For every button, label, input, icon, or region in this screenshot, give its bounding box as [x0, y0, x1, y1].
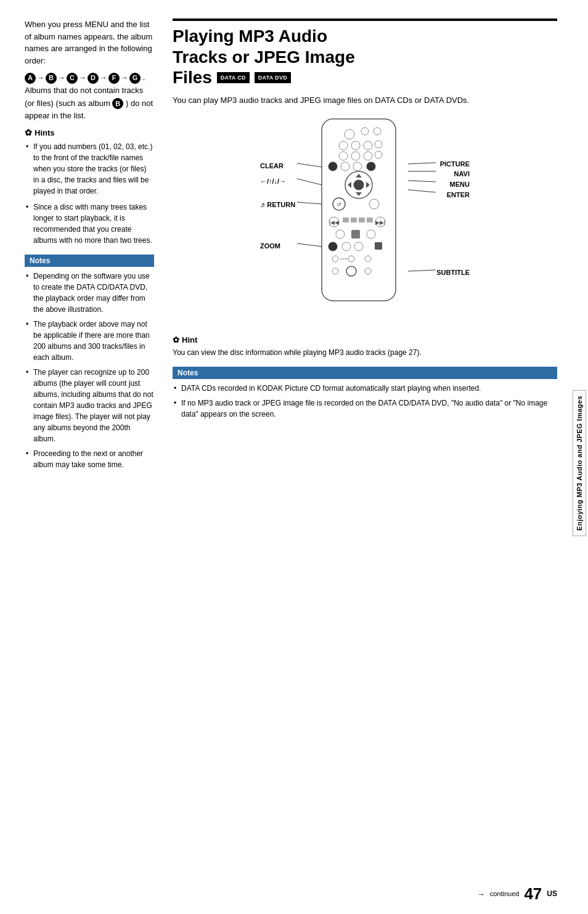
right-hint-section: ✿ Hint You can view the disc information…: [173, 335, 557, 358]
circle-c: C: [67, 73, 78, 84]
label-return: ♬ RETURN: [260, 201, 295, 208]
title-line1: Playing MP3 Audio: [173, 26, 557, 47]
svg-point-12: [329, 162, 337, 171]
circle-d: D: [88, 73, 99, 84]
title-line2: Tracks or JPEG Image: [173, 47, 557, 68]
left-column: When you press MENU and the list of albu…: [25, 18, 166, 896]
album-order: A → B → C → D → F → G . Albums that do n…: [25, 71, 154, 123]
main-content: When you press MENU and the list of albu…: [0, 0, 588, 914]
right-hint-title: ✿ Hint: [173, 335, 557, 345]
bulb-icon: ✿: [25, 128, 32, 137]
page-title: Playing MP3 Audio Tracks or JPEG Image F…: [173, 26, 557, 88]
hint-item-1: If you add numbers (01, 02, 03, etc.) to…: [25, 141, 154, 197]
label-picture: PICTURE: [440, 160, 470, 168]
right-notes-title: Notes: [173, 367, 557, 379]
hint-item-2: Since a disc with many trees takes longe…: [25, 202, 154, 246]
region-label: US: [547, 889, 557, 898]
badge-data-cd: DATA CD: [217, 72, 250, 84]
left-note-2: The playback order above may not be appl…: [25, 319, 154, 363]
label-zoom: ZOOM: [260, 242, 280, 250]
left-notes-list: Depending on the software you use to cre…: [25, 271, 154, 470]
page: When you press MENU and the list of albu…: [0, 0, 588, 914]
left-notes-title: Notes: [25, 255, 154, 267]
circle-a: A: [25, 73, 36, 84]
svg-line-49: [408, 181, 436, 182]
right-note-1: DATA CDs recorded in KODAK Picture CD fo…: [173, 383, 557, 394]
right-note-2: If no MP3 audio track or JPEG image file…: [173, 398, 557, 420]
svg-text:↺: ↺: [337, 202, 341, 208]
circle-g: G: [129, 73, 141, 84]
svg-rect-28: [351, 218, 357, 222]
title-line3: Files: [173, 67, 212, 88]
svg-line-55: [408, 270, 436, 271]
svg-rect-39: [375, 242, 382, 250]
sidebar-tab: Enjoying MP3 Audio and JPEG Images: [571, 49, 588, 877]
label-navi: NAVI: [454, 170, 470, 177]
svg-rect-34: [351, 230, 360, 239]
circle-f: F: [108, 73, 120, 84]
left-note-1: Depending on the software you use to cre…: [25, 271, 154, 315]
circle-b2: B: [112, 98, 123, 109]
remote-svg: ↺ |◀◀ ▶▶|: [309, 116, 408, 307]
label-clear: CLEAR: [260, 162, 284, 169]
svg-point-17: [354, 180, 364, 190]
svg-text:|◀◀: |◀◀: [329, 219, 339, 226]
right-hint-text: You can view the disc information while …: [173, 347, 557, 358]
hints-list: If you add numbers (01, 02, 03, etc.) to…: [25, 141, 154, 246]
left-note-3: The player can recognize up to 200 album…: [25, 367, 154, 444]
circle-b: B: [46, 73, 57, 84]
top-divider: [173, 18, 557, 21]
svg-rect-29: [359, 218, 365, 222]
bulb-icon-right: ✿: [173, 335, 179, 345]
footer: → continued 47 US: [477, 886, 557, 902]
svg-rect-27: [343, 218, 349, 222]
badge-data-dvd: DATA DVD: [255, 72, 291, 84]
left-intro-text: When you press MENU and the list of albu…: [25, 18, 154, 67]
album-circles: A → B → C → D → F → G: [25, 72, 141, 84]
label-subtitle: SUBTITLE: [436, 269, 470, 276]
right-notes-list: DATA CDs recorded in KODAK Picture CD fo…: [173, 383, 557, 420]
svg-point-36: [329, 242, 337, 251]
label-menu: MENU: [450, 181, 470, 188]
svg-line-50: [408, 190, 436, 192]
continued-arrow: →: [477, 889, 485, 899]
sidebar-label: Enjoying MP3 Audio and JPEG Images: [573, 390, 586, 536]
hints-title: ✿ Hints: [25, 128, 154, 137]
svg-point-15: [367, 162, 375, 171]
label-enter: ENTER: [447, 191, 470, 198]
left-hints-section: ✿ Hints If you add numbers (01, 02, 03, …: [25, 128, 154, 246]
continued-text: continued: [490, 890, 520, 897]
svg-text:▶▶|: ▶▶|: [375, 219, 385, 226]
right-column: Playing MP3 Audio Tracks or JPEG Image F…: [166, 18, 557, 896]
page-number: 47: [524, 886, 542, 902]
svg-rect-30: [367, 218, 373, 222]
svg-line-47: [408, 163, 436, 164]
title-line3-container: Files DATA CD DATA DVD: [173, 67, 557, 88]
left-notes-section: Notes Depending on the software you use …: [25, 255, 154, 470]
right-intro: You can play MP3 audio tracks and JPEG i…: [173, 94, 557, 107]
right-notes-section: Notes DATA CDs recorded in KODAK Picture…: [173, 367, 557, 420]
remote-area: ↺ |◀◀ ▶▶|: [260, 116, 470, 325]
label-arrows: ←/↑/↓/→: [260, 177, 286, 185]
left-note-4: Proceeding to the next or another album …: [25, 448, 154, 470]
